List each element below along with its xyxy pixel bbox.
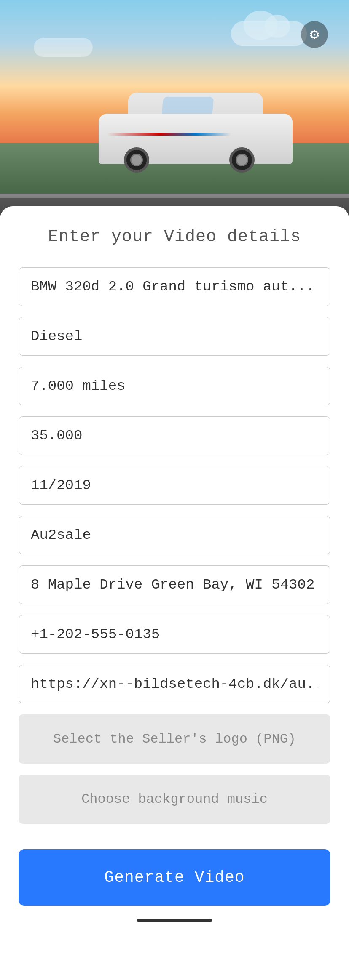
- seller-name-input[interactable]: [19, 516, 330, 554]
- generate-button-label: Generate Video: [104, 868, 244, 887]
- date-input[interactable]: [19, 466, 330, 505]
- logo-select-button[interactable]: Select the Seller's logo (PNG): [19, 714, 330, 764]
- address-input[interactable]: [19, 565, 330, 604]
- generate-video-button[interactable]: Generate Video: [19, 849, 330, 906]
- hero-section: ⚙: [0, 0, 349, 219]
- car-wheel-front: [229, 147, 255, 173]
- cloud-2: [34, 38, 93, 57]
- music-select-button[interactable]: Choose background music: [19, 775, 330, 824]
- car-image: [90, 76, 301, 177]
- home-indicator: [137, 919, 212, 922]
- phone-input[interactable]: [19, 615, 330, 654]
- price-input[interactable]: [19, 416, 330, 455]
- form-section: Enter your Video details Select the Sell…: [0, 206, 349, 980]
- car-wheel-rear: [124, 147, 149, 173]
- website-input[interactable]: [19, 665, 330, 703]
- mileage-input[interactable]: [19, 367, 330, 405]
- fuel-type-input[interactable]: [19, 317, 330, 356]
- cloud-1: [231, 21, 307, 46]
- music-button-label: Choose background music: [81, 791, 268, 807]
- car-stripe: [107, 133, 284, 136]
- settings-button[interactable]: ⚙: [301, 21, 328, 48]
- form-title: Enter your Video details: [19, 227, 330, 246]
- car-model-input[interactable]: [19, 267, 330, 306]
- logo-button-label: Select the Seller's logo (PNG): [53, 731, 296, 747]
- gear-icon: ⚙: [310, 25, 319, 44]
